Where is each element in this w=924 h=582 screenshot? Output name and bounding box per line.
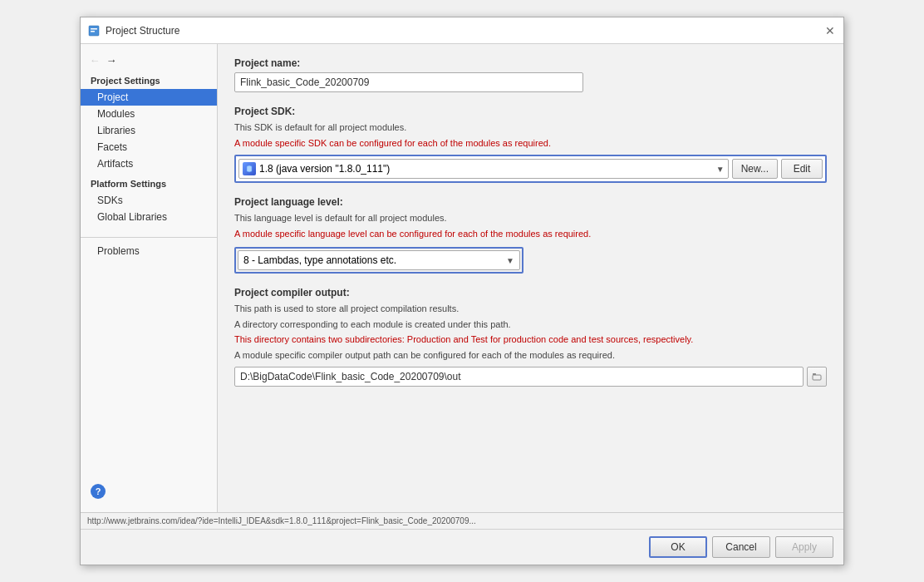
compiler-output-input[interactable]	[234, 367, 804, 387]
status-bar: http://www.jetbrains.com/idea/?ide=Intel…	[81, 512, 843, 529]
project-settings-label: Project Settings	[81, 69, 217, 89]
sidebar-item-global-libraries[interactable]: Global Libraries	[81, 209, 217, 225]
project-compiler-output-desc3: This directory contains two subdirectori…	[234, 333, 827, 347]
compiler-output-browse-button[interactable]	[807, 367, 827, 387]
nav-back-button[interactable]: ←	[87, 52, 102, 67]
sdk-edit-button[interactable]: Edit	[781, 159, 823, 179]
language-level-dropdown[interactable]: 8 - Lambdas, type annotations etc. ▼	[238, 250, 520, 270]
language-level-value: 8 - Lambdas, type annotations etc.	[243, 254, 506, 266]
project-name-section: Project name:	[234, 57, 827, 92]
project-sdk-label: Project SDK:	[234, 106, 827, 117]
sidebar-item-project[interactable]: Project	[81, 89, 217, 106]
help-button[interactable]: ?	[91, 484, 106, 499]
project-language-level-label: Project language level:	[234, 196, 827, 208]
sdk-icon	[243, 162, 256, 175]
apply-button[interactable]: Apply	[775, 536, 833, 558]
sdk-selector-row: 1.8 (java version "1.8.0_111") ▼ New... …	[234, 155, 827, 183]
project-sdk-section: Project SDK: This SDK is default for all…	[234, 106, 827, 183]
sidebar-item-artifacts[interactable]: Artifacts	[81, 155, 217, 172]
sidebar-divider	[81, 237, 217, 238]
dialog-footer: OK Cancel Apply	[81, 529, 843, 565]
sidebar: ← → Project Settings Project Modules Lib…	[81, 44, 218, 512]
svg-rect-2	[91, 31, 95, 32]
project-sdk-desc1: This SDK is default for all project modu…	[234, 121, 827, 135]
sdk-new-button[interactable]: New...	[732, 159, 778, 179]
dialog-icon	[87, 24, 101, 37]
dialog-body: ← → Project Settings Project Modules Lib…	[81, 44, 843, 512]
compiler-output-row	[234, 367, 827, 387]
svg-rect-1	[91, 28, 97, 30]
sdk-dropdown-arrow: ▼	[716, 165, 725, 174]
sdk-dropdown[interactable]: 1.8 (java version "1.8.0_111") ▼	[238, 159, 729, 179]
ok-button[interactable]: OK	[649, 536, 707, 558]
project-compiler-output-label: Project compiler output:	[234, 287, 827, 298]
cancel-button[interactable]: Cancel	[712, 536, 770, 558]
project-compiler-output-desc2: A directory corresponding to each module…	[234, 318, 827, 332]
close-button[interactable]: ✕	[823, 24, 837, 37]
nav-forward-button[interactable]: →	[104, 52, 119, 67]
status-bar-text: http://www.jetbrains.com/idea/?ide=Intel…	[87, 516, 476, 525]
dialog-title: Project Structure	[106, 25, 823, 37]
svg-rect-4	[813, 373, 816, 375]
sidebar-item-sdks[interactable]: SDKs	[81, 192, 217, 209]
project-sdk-desc2: A module specific SDK can be configured …	[234, 136, 827, 150]
main-content: Project name: Project SDK: This SDK is d…	[218, 44, 843, 512]
project-compiler-output-desc4: A module specific compiler output path c…	[234, 348, 827, 363]
project-language-level-desc2: A module specific language level can be …	[234, 227, 827, 241]
project-name-input[interactable]	[234, 72, 583, 92]
title-bar: Project Structure ✕	[81, 17, 843, 44]
sidebar-item-facets[interactable]: Facets	[81, 139, 217, 155]
project-language-level-desc1: This language level is default for all p…	[234, 211, 827, 225]
project-compiler-output-desc1: This path is used to store all project c…	[234, 302, 827, 316]
language-level-arrow: ▼	[506, 256, 514, 265]
sidebar-item-modules[interactable]: Modules	[81, 106, 217, 122]
project-language-level-section: Project language level: This language le…	[234, 196, 827, 274]
svg-rect-3	[813, 375, 821, 380]
platform-settings-label: Platform Settings	[81, 172, 217, 192]
language-level-row: 8 - Lambdas, type annotations etc. ▼	[234, 247, 523, 274]
sidebar-item-problems[interactable]: Problems	[81, 243, 217, 259]
project-compiler-output-section: Project compiler output: This path is us…	[234, 287, 827, 387]
sidebar-item-libraries[interactable]: Libraries	[81, 122, 217, 139]
sdk-value: 1.8 (java version "1.8.0_111")	[259, 163, 716, 175]
project-structure-dialog: Project Structure ✕ ← → Project Settings…	[80, 17, 844, 565]
sidebar-nav: ← →	[81, 51, 217, 69]
project-name-label: Project name:	[234, 57, 827, 69]
